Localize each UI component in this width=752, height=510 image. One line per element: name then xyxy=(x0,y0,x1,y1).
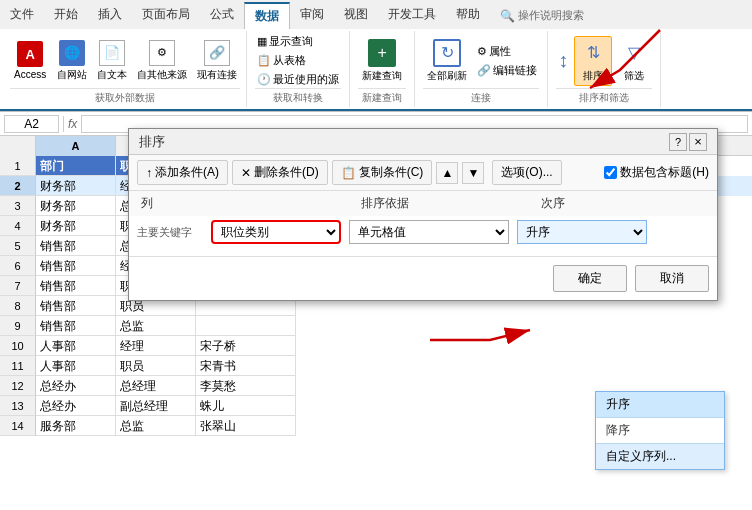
cell-a12[interactable]: 总经办 xyxy=(36,376,116,396)
cell-c13[interactable]: 蛛儿 xyxy=(196,396,296,416)
btn-move-down[interactable]: ▼ xyxy=(462,162,484,184)
dialog-col-headers: 列 排序依据 次序 xyxy=(129,191,717,216)
dialog-help-btn[interactable]: ? xyxy=(669,133,687,151)
has-header-checkbox[interactable] xyxy=(604,166,617,179)
cell-b11[interactable]: 职员 xyxy=(116,356,196,376)
cell-b10[interactable]: 经理 xyxy=(116,336,196,356)
cell-c11[interactable]: 宋青书 xyxy=(196,356,296,376)
cell-a13[interactable]: 总经办 xyxy=(36,396,116,416)
row-header-10: 10 xyxy=(0,336,36,356)
row-header-3: 3 xyxy=(0,196,36,216)
dropdown-item-ascending[interactable]: 升序 xyxy=(596,392,724,418)
col-header-a[interactable]: A xyxy=(36,136,116,156)
tab-data[interactable]: 数据 xyxy=(244,2,290,29)
btn-show-query[interactable]: ▦ 显示查询 xyxy=(255,33,341,50)
cell-b13[interactable]: 副总经理 xyxy=(116,396,196,416)
properties-icon: ⚙ xyxy=(477,45,487,58)
sources-icon: ⚙ xyxy=(149,40,175,66)
sort-by-select[interactable]: 单元格值 单元格颜色 字体颜色 xyxy=(349,220,509,244)
cell-b9[interactable]: 总监 xyxy=(116,316,196,336)
btn-ok[interactable]: 确定 xyxy=(553,265,627,292)
btn-recent-sources[interactable]: 🕐 最近使用的源 xyxy=(255,71,341,88)
btn-move-up[interactable]: ▲ xyxy=(436,162,458,184)
row-header-9: 9 xyxy=(0,316,36,336)
tab-formulas[interactable]: 公式 xyxy=(200,2,244,29)
row-header-7: 7 xyxy=(0,276,36,296)
tab-developer[interactable]: 开发工具 xyxy=(378,2,446,29)
edit-links-icon: 🔗 xyxy=(477,64,491,77)
from-table-icon: 📋 xyxy=(257,54,271,67)
cell-c14[interactable]: 张翠山 xyxy=(196,416,296,436)
btn-add-condition[interactable]: ↑ 添加条件(A) xyxy=(137,160,228,185)
add-icon: ↑ xyxy=(146,166,152,180)
formula-icon: fx xyxy=(68,117,77,131)
group-get-transform-label: 获取和转换 xyxy=(255,88,341,105)
row-header-6: 6 xyxy=(0,256,36,276)
cell-a11[interactable]: 人事部 xyxy=(36,356,116,376)
access-icon: A xyxy=(17,41,43,67)
group-get-transform: ▦ 显示查询 📋 从表格 🕐 最近使用的源 获取和转换 xyxy=(247,31,350,107)
btn-delete-condition[interactable]: ✕ 删除条件(D) xyxy=(232,160,328,185)
sort-az-icon: ↕ xyxy=(556,47,570,74)
btn-refresh-all[interactable]: ↻ 全部刷新 xyxy=(423,37,471,85)
search-box[interactable]: 🔍 操作说明搜索 xyxy=(490,2,594,29)
btn-filter[interactable]: ▽ 筛选 xyxy=(616,37,652,85)
dropdown-item-descending[interactable]: 降序 xyxy=(596,418,724,443)
ribbon: 文件 开始 插入 页面布局 公式 数据 审阅 视图 开发工具 帮助 🔍 操作说明… xyxy=(0,0,752,112)
btn-from-table[interactable]: 📋 从表格 xyxy=(255,52,341,69)
btn-cancel[interactable]: 取消 xyxy=(635,265,709,292)
group-new-query-label: 新建查询 xyxy=(358,88,406,105)
tab-pagelayout[interactable]: 页面布局 xyxy=(132,2,200,29)
tab-file[interactable]: 文件 xyxy=(0,2,44,29)
cell-a10[interactable]: 人事部 xyxy=(36,336,116,356)
cell-a9[interactable]: 销售部 xyxy=(36,316,116,336)
tab-help[interactable]: 帮助 xyxy=(446,2,490,29)
btn-text[interactable]: 📄 自文本 xyxy=(94,38,130,84)
group-sort-filter: ↕ ⇅ 排序 ▽ 筛选 排序和筛选 xyxy=(548,31,661,107)
cell-a5[interactable]: 销售部 xyxy=(36,236,116,256)
col-select[interactable]: 职位类别 部门 姓名 xyxy=(211,220,341,244)
dialog-title-bar: 排序 ? × xyxy=(129,129,717,155)
btn-new-query[interactable]: + 新建查询 xyxy=(358,37,406,85)
tab-home[interactable]: 开始 xyxy=(44,2,88,29)
cell-c10[interactable]: 宋子桥 xyxy=(196,336,296,356)
btn-sort[interactable]: ⇅ 排序 xyxy=(574,36,612,86)
cell-a8[interactable]: 销售部 xyxy=(36,296,116,316)
cell-c12[interactable]: 李莫愁 xyxy=(196,376,296,396)
table-row: 10 人事部 经理 宋子桥 xyxy=(0,336,752,356)
btn-web[interactable]: 🌐 自网站 xyxy=(54,38,90,84)
btn-properties[interactable]: ⚙ 属性 xyxy=(475,43,539,60)
order-select[interactable]: 升序 降序 自定义序列... xyxy=(517,220,647,244)
cell-a6[interactable]: 销售部 xyxy=(36,256,116,276)
cell-c9[interactable] xyxy=(196,316,296,336)
dialog-close-btn[interactable]: × xyxy=(689,133,707,151)
btn-existing-connections[interactable]: 🔗 现有连接 xyxy=(194,38,240,84)
cell-a1[interactable]: 部门 xyxy=(36,156,116,176)
sort-row: 主要关键字 职位类别 部门 姓名 单元格值 单元格颜色 字体颜色 升序 降序 自… xyxy=(129,216,717,248)
btn-options[interactable]: 选项(O)... xyxy=(492,160,561,185)
cell-a4[interactable]: 财务部 xyxy=(36,216,116,236)
corner-cell xyxy=(0,136,36,156)
btn-copy-condition[interactable]: 📋 复制条件(C) xyxy=(332,160,433,185)
cell-a7[interactable]: 销售部 xyxy=(36,276,116,296)
refresh-icon: ↻ xyxy=(433,39,461,67)
tab-view[interactable]: 视图 xyxy=(334,2,378,29)
cell-a3[interactable]: 财务部 xyxy=(36,196,116,216)
cell-reference[interactable] xyxy=(4,115,59,133)
row-header-4: 4 xyxy=(0,216,36,236)
btn-access[interactable]: A Access xyxy=(10,39,50,82)
row-header-14: 14 xyxy=(0,416,36,436)
copy-icon: 📋 xyxy=(341,166,356,180)
cell-a14[interactable]: 服务部 xyxy=(36,416,116,436)
has-header-label: 数据包含标题(H) xyxy=(620,164,709,181)
tab-review[interactable]: 审阅 xyxy=(290,2,334,29)
cell-b14[interactable]: 总监 xyxy=(116,416,196,436)
cell-b12[interactable]: 总经理 xyxy=(116,376,196,396)
btn-other-sources[interactable]: ⚙ 自其他来源 xyxy=(134,38,190,84)
tab-insert[interactable]: 插入 xyxy=(88,2,132,29)
btn-edit-links[interactable]: 🔗 编辑链接 xyxy=(475,62,539,79)
primary-key-label: 主要关键字 xyxy=(137,225,207,240)
connections-sub-group: ⚙ 属性 🔗 编辑链接 xyxy=(475,43,539,79)
cell-a2[interactable]: 财务部 xyxy=(36,176,116,196)
dropdown-item-custom[interactable]: 自定义序列... xyxy=(596,443,724,469)
